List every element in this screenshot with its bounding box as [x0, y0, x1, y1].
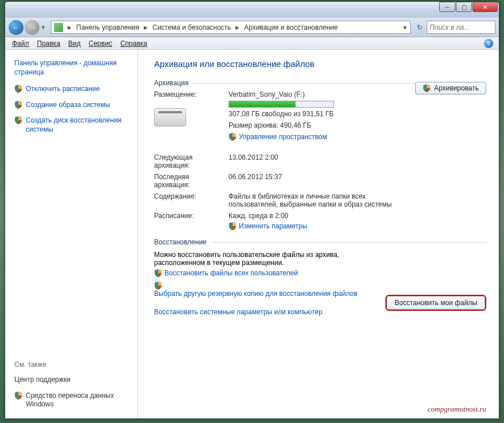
chevron-right-icon: ▶: [65, 25, 74, 30]
restore-text: Можно восстановить пользовательские файл…: [154, 251, 349, 267]
next-backup-label: Следующая архивация:: [154, 153, 229, 169]
sidebar: Панель управления - домашняя страница От…: [5, 50, 138, 418]
archive-size: Размер архива: 490,46 ГБ: [229, 121, 486, 129]
next-backup-value: 13.06.2012 2:00: [229, 153, 486, 161]
menu-edit[interactable]: Правка: [37, 39, 61, 48]
menubar: Файл Правка Вид Сервис Справка ?: [5, 37, 499, 50]
schedule-value: Кажд. среда в 2:00: [229, 212, 486, 220]
breadcrumb[interactable]: ▶ Панель управления ▶ Система и безопасн…: [51, 21, 411, 34]
manage-space-link[interactable]: Управление пространством: [239, 133, 327, 141]
sidebar-item-recovery-disc[interactable]: Создать диск восстановления системы: [14, 116, 132, 134]
sidebar-easy-transfer[interactable]: Средство переноса данных Windows: [14, 392, 132, 409]
restore-my-files-button[interactable]: Восстановить мои файлы: [385, 295, 486, 311]
search-input[interactable]: [427, 21, 495, 34]
shield-icon: [229, 222, 237, 230]
free-space: 307,08 ГБ свободно из 931,51 ГБ: [229, 110, 486, 118]
shield-icon: [14, 101, 22, 109]
menu-file[interactable]: Файл: [12, 39, 29, 48]
chevron-right-icon: ▶: [141, 25, 150, 30]
close-button[interactable]: ✕: [472, 2, 498, 12]
window: ─ ▢ ✕ ← → ▼ ▶ Панель управления ▶ Систем…: [5, 1, 499, 419]
crumb-dropdown[interactable]: ▾: [401, 23, 410, 31]
minimize-button[interactable]: ─: [439, 2, 455, 12]
nav-history-dropdown[interactable]: ▼: [41, 25, 49, 30]
select-another-backup-link[interactable]: Выбрать другую резервную копию для восст…: [154, 290, 360, 298]
refresh-button[interactable]: ↻: [413, 23, 427, 31]
back-button[interactable]: ←: [9, 20, 23, 35]
restore-all-users-link[interactable]: Восстановить файлы всех пользователей: [164, 269, 298, 277]
see-also-label: См. также: [14, 361, 132, 369]
sidebar-item-create-image[interactable]: Создание образа системы: [14, 101, 132, 110]
shield-icon: [423, 84, 431, 92]
contents-label: Содержание:: [154, 192, 229, 200]
change-settings-link[interactable]: Изменить параметры: [239, 222, 307, 230]
forward-button[interactable]: →: [25, 20, 40, 35]
contents-value: Файлы в библиотеках и личные папки всех …: [229, 192, 400, 208]
group-backup-legend: Архивация: [154, 79, 193, 87]
chevron-right-icon: ▶: [233, 25, 242, 30]
disk-usage-bar: [229, 101, 334, 108]
crumb-1[interactable]: Панель управления: [74, 23, 141, 31]
main-content: Архивация или восстановление файлов Архи…: [138, 50, 499, 418]
nav-toolbar: ← → ▼ ▶ Панель управления ▶ Система и бе…: [5, 18, 499, 37]
shield-icon: [154, 282, 162, 290]
crumb-3[interactable]: Архивация и восстановление: [242, 23, 340, 31]
titlebar: ─ ▢ ✕: [5, 2, 499, 18]
backup-now-button[interactable]: Архивировать: [415, 82, 486, 94]
shield-icon: [229, 133, 237, 141]
last-backup-label: Последняя архивация:: [154, 173, 229, 189]
disk-icon: [154, 108, 186, 126]
menu-service[interactable]: Сервис: [89, 39, 112, 48]
help-icon[interactable]: ?: [484, 39, 493, 48]
last-backup-value: 06.06.2012 15:37: [229, 173, 486, 181]
location-label: Размещение:: [154, 90, 229, 98]
menu-help[interactable]: Справка: [120, 39, 147, 48]
menu-view[interactable]: Вид: [68, 39, 81, 48]
crumb-2[interactable]: Система и безопасность: [150, 23, 233, 31]
control-panel-icon: [54, 23, 63, 32]
schedule-label: Расписание:: [154, 212, 229, 220]
sidebar-item-disable-schedule[interactable]: Отключить расписание: [14, 85, 132, 94]
watermark: compgramotnost.ru: [428, 405, 486, 414]
shield-icon: [154, 269, 162, 277]
page-title: Архивация или восстановление файлов: [154, 59, 486, 69]
shield-icon: [14, 85, 22, 93]
sidebar-support-center[interactable]: Центр поддержки: [14, 375, 132, 385]
group-restore-legend: Восстановление: [154, 238, 211, 246]
shield-icon: [14, 116, 22, 124]
sidebar-home-link[interactable]: Панель управления - домашняя страница: [14, 59, 132, 77]
maximize-button[interactable]: ▢: [456, 2, 472, 12]
shield-icon: [14, 392, 22, 400]
